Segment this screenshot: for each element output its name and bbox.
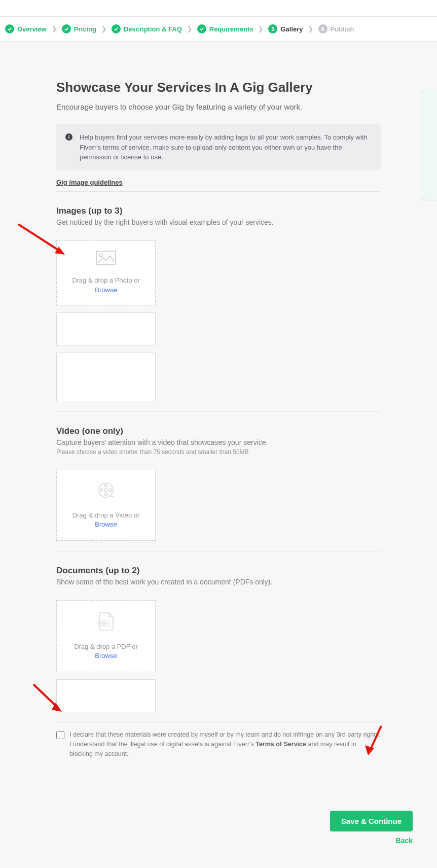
footer-actions: Save & Continue Back: [0, 800, 437, 860]
step-label: Gallery: [280, 25, 303, 33]
chevron-right-icon: ❯: [187, 25, 192, 32]
svg-rect-5: [96, 251, 116, 264]
svg-line-15: [33, 684, 58, 708]
step-pricing[interactable]: Pricing: [62, 24, 96, 33]
svg-point-7: [99, 483, 113, 497]
images-section: Images (up to 3) Get noticed by the righ…: [56, 192, 381, 412]
page-title: Showcase Your Services In A Gig Gallery: [56, 80, 381, 95]
video-note: Please choose a video shorter than 75 se…: [56, 448, 381, 456]
hint-panel-sliver: [421, 90, 437, 200]
drop-instruction: Drag & drop a PDF or Browse: [74, 642, 138, 661]
page-subtitle: Encourage buyers to choose your Gig by f…: [56, 102, 381, 111]
svg-point-11: [100, 489, 103, 491]
main-content: Showcase Your Services In A Gig Gallery …: [56, 42, 381, 800]
progress-steps: Overview ❯ Pricing ❯ Description & FAQ ❯…: [0, 16, 437, 42]
svg-line-3: [18, 224, 61, 252]
top-spacer: [0, 0, 437, 16]
svg-rect-2: [68, 135, 69, 136]
image-slot-3[interactable]: [56, 353, 156, 401]
svg-rect-1: [68, 136, 69, 138]
save-continue-button[interactable]: Save & Continue: [330, 811, 413, 831]
step-publish: 6 Publish: [318, 24, 354, 33]
terms-of-service-link[interactable]: Terms of Service: [256, 741, 306, 748]
step-description-faq[interactable]: Description & FAQ: [112, 24, 182, 33]
drop-instruction: Drag & drop a Photo or Browse: [72, 276, 140, 294]
document-slot-2[interactable]: [56, 679, 156, 712]
step-label: Overview: [17, 25, 47, 33]
browse-link[interactable]: Browse: [95, 652, 117, 659]
check-icon: [112, 24, 121, 33]
documents-title: Documents (up to 2): [56, 566, 381, 576]
step-label: Requirements: [209, 25, 253, 33]
info-banner: Help buyers find your services more easi…: [56, 124, 381, 170]
drop-instruction: Drag & drop a Video or Browse: [72, 511, 140, 529]
step-label: Publish: [331, 25, 354, 33]
documents-subtitle: Show some of the best work you created i…: [56, 578, 381, 586]
step-overview[interactable]: Overview: [5, 24, 47, 33]
images-subtitle: Get noticed by the right buyers with vis…: [56, 218, 381, 226]
documents-section: Documents (up to 2) Show some of the bes…: [56, 551, 381, 769]
browse-link[interactable]: Browse: [95, 286, 117, 294]
step-gallery[interactable]: 5 Gallery: [268, 24, 303, 33]
back-link[interactable]: Back: [396, 837, 413, 845]
check-icon: [197, 24, 206, 33]
chevron-right-icon: ❯: [308, 25, 313, 32]
declaration-text: I declare that these materials were crea…: [69, 730, 381, 758]
chevron-right-icon: ❯: [258, 25, 263, 32]
svg-point-12: [105, 493, 107, 496]
browse-link[interactable]: Browse: [95, 520, 117, 528]
step-label: Description & FAQ: [124, 25, 182, 33]
video-section: Video (one only) Capture buyers' attenti…: [56, 412, 381, 551]
svg-point-9: [105, 484, 107, 487]
gig-image-guidelines-link[interactable]: Gig image guidelines: [56, 179, 123, 186]
video-drop-zone[interactable]: Drag & drop a Video or Browse: [56, 470, 156, 541]
image-slot-2[interactable]: [56, 313, 156, 345]
pdf-file-icon: PDF: [98, 612, 114, 633]
declaration-row: I declare that these materials were crea…: [56, 723, 381, 769]
image-drop-zone[interactable]: Drag & drop a Photo or Browse: [56, 240, 156, 305]
check-icon: [5, 24, 14, 33]
video-subtitle: Capture buyers' attention with a video t…: [56, 438, 381, 446]
svg-point-10: [110, 489, 112, 491]
chevron-right-icon: ❯: [101, 25, 106, 32]
step-number-icon: 5: [268, 24, 277, 33]
film-reel-icon: [97, 481, 115, 502]
info-icon: [65, 132, 72, 162]
chevron-right-icon: ❯: [52, 25, 57, 32]
images-title: Images (up to 3): [56, 206, 381, 216]
svg-text:PDF: PDF: [101, 622, 107, 626]
declaration-checkbox[interactable]: [56, 731, 64, 739]
info-text: Help buyers find your services more easi…: [80, 132, 372, 162]
svg-point-6: [99, 254, 102, 257]
step-label: Pricing: [74, 25, 96, 33]
step-number-icon: 6: [318, 24, 327, 33]
video-title: Video (one only): [56, 426, 381, 436]
pdf-drop-zone[interactable]: PDF Drag & drop a PDF or Browse: [56, 600, 156, 672]
step-requirements[interactable]: Requirements: [197, 24, 253, 33]
photo-placeholder-icon: [96, 251, 116, 267]
svg-point-8: [104, 489, 107, 492]
check-icon: [62, 24, 71, 33]
